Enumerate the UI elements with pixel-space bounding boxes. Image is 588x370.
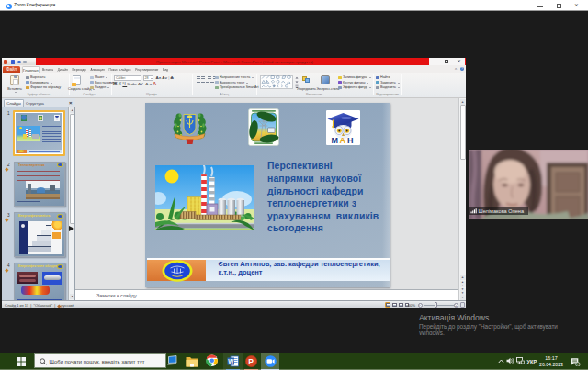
svg-text:Шелімакова Олена: Шелімакова Олена (479, 208, 525, 214)
svg-text:М: М (332, 136, 339, 145)
svg-text:Н: Н (347, 136, 354, 145)
svg-text:W: W (228, 358, 234, 364)
svg-text:А: А (340, 136, 346, 145)
svg-text:P: P (248, 356, 254, 365)
svg-text:i: i (577, 362, 578, 366)
